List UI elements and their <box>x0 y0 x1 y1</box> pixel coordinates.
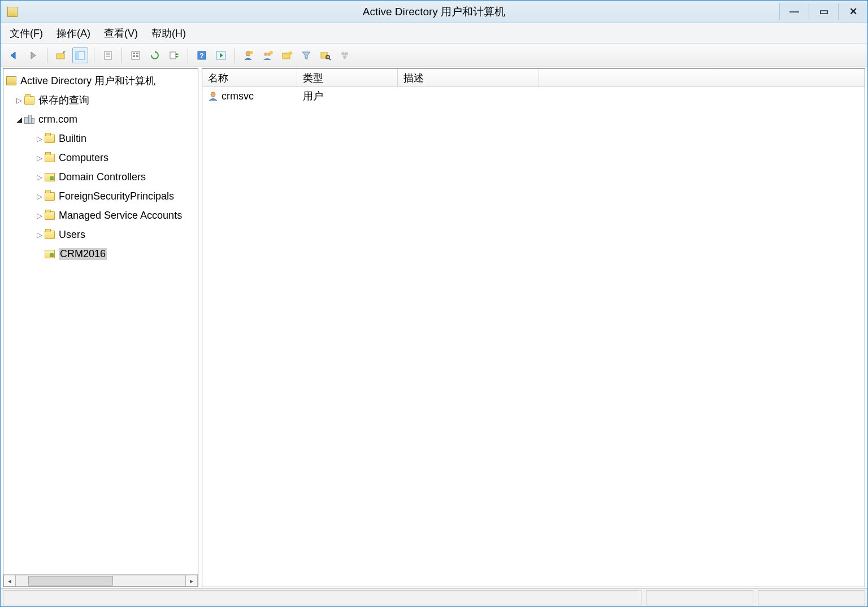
tree-msa[interactable]: ▷ Managed Service Accounts <box>3 206 198 225</box>
svg-text:?: ? <box>199 52 203 60</box>
menu-help[interactable]: 帮助(H) <box>151 27 186 40</box>
close-button[interactable]: ✕ <box>838 3 867 20</box>
svg-marker-1 <box>31 52 36 59</box>
tree-builtin[interactable]: ▷ Builtin <box>3 129 198 148</box>
show-hide-tree-button[interactable] <box>72 47 88 63</box>
cell-name-text: crmsvc <box>222 90 254 102</box>
expander-icon[interactable]: ▷ <box>35 211 44 220</box>
status-segment-2 <box>758 590 865 605</box>
svg-rect-2 <box>57 54 64 59</box>
help-button[interactable]: ? <box>194 47 210 63</box>
back-button[interactable] <box>6 47 22 63</box>
export-icon <box>169 50 179 60</box>
menu-action[interactable]: 操作(A) <box>57 27 90 40</box>
back-icon <box>8 51 20 60</box>
tree-crm2016[interactable]: CRM2016 <box>3 244 198 263</box>
properties-button[interactable] <box>100 47 116 63</box>
horizontal-scrollbar[interactable]: ◂ ▸ <box>3 574 198 587</box>
tree-domain[interactable]: ◢ crm.com <box>3 110 198 129</box>
tree-domain-controllers[interactable]: ▷ Domain Controllers <box>3 167 198 187</box>
menu-file[interactable]: 文件(F) <box>10 27 43 40</box>
svg-rect-16 <box>170 52 176 59</box>
scroll-right-button[interactable]: ▸ <box>185 575 198 587</box>
svg-rect-6 <box>105 51 111 59</box>
tree-panel: Active Directory 用户和计算机 ▷ 保存的查询 ◢ crm.co… <box>3 68 198 587</box>
list-panel: 名称 类型 描述 crmsvc 用户 <box>202 68 865 587</box>
tree-label: Managed Service Accounts <box>59 210 182 222</box>
svg-point-34 <box>341 52 345 55</box>
tree-saved-queries[interactable]: ▷ 保存的查询 <box>3 90 198 110</box>
up-folder-icon <box>55 50 67 60</box>
folder-icon <box>44 190 55 202</box>
tree-label: Builtin <box>59 133 86 145</box>
toolbar: ? <box>1 44 867 67</box>
up-button[interactable] <box>53 47 69 63</box>
expander-icon[interactable]: ▷ <box>35 154 44 162</box>
new-group-button[interactable] <box>260 47 276 63</box>
filter-button[interactable] <box>298 47 314 63</box>
maximize-button[interactable]: ▭ <box>809 3 838 20</box>
folder-icon <box>44 133 55 144</box>
new-ou-button[interactable] <box>279 47 295 63</box>
column-name[interactable]: 名称 <box>202 69 297 86</box>
add-criteria-button[interactable] <box>337 47 353 63</box>
tree-computers[interactable]: ▷ Computers <box>3 148 198 167</box>
app-icon <box>7 7 18 17</box>
tree-view[interactable]: Active Directory 用户和计算机 ▷ 保存的查询 ◢ crm.co… <box>3 69 198 574</box>
refresh-button[interactable] <box>147 47 163 63</box>
list-item[interactable]: crmsvc 用户 <box>202 87 865 105</box>
svg-rect-28 <box>283 53 290 59</box>
scroll-track[interactable] <box>16 575 185 587</box>
column-type[interactable]: 类型 <box>297 69 398 86</box>
action-pane-icon <box>215 50 227 60</box>
expander-icon[interactable]: ▷ <box>35 231 44 239</box>
expander-open-icon[interactable]: ◢ <box>15 115 24 124</box>
folder-icon <box>44 152 55 163</box>
scroll-left-button[interactable]: ◂ <box>3 575 16 587</box>
expander-icon[interactable]: ▷ <box>35 192 44 201</box>
tree-root[interactable]: Active Directory 用户和计算机 <box>3 71 198 90</box>
toolbar-separator <box>121 47 122 63</box>
tree-label: Users <box>59 229 85 241</box>
export-button[interactable] <box>166 47 182 63</box>
export-list-button[interactable] <box>128 47 144 63</box>
scroll-thumb[interactable] <box>28 576 113 586</box>
column-desc[interactable]: 描述 <box>398 69 539 86</box>
new-ou-icon <box>281 50 293 60</box>
status-segment-1 <box>646 590 753 605</box>
export-list-icon <box>131 50 141 60</box>
toolbar-separator <box>47 47 47 63</box>
ou-icon <box>44 248 55 259</box>
expander-icon[interactable]: ▷ <box>35 135 44 143</box>
new-group-icon <box>262 50 274 61</box>
new-user-icon <box>243 50 254 61</box>
svg-point-23 <box>246 51 250 56</box>
svg-rect-13 <box>133 55 135 57</box>
content-area: Active Directory 用户和计算机 ▷ 保存的查询 ◢ crm.co… <box>1 67 867 588</box>
folder-icon <box>44 210 55 221</box>
toolbar-separator <box>188 47 188 63</box>
filter-icon <box>301 50 311 60</box>
new-user-button[interactable] <box>241 47 257 63</box>
tree-users[interactable]: ▷ Users <box>3 225 198 244</box>
svg-rect-12 <box>136 53 138 54</box>
expander-icon[interactable]: ▷ <box>35 173 44 181</box>
list-header: 名称 类型 描述 <box>202 69 865 87</box>
forward-button[interactable] <box>25 47 41 63</box>
show-hide-pane-icon <box>75 50 86 60</box>
find-button[interactable] <box>318 47 333 63</box>
svg-rect-5 <box>76 51 79 59</box>
expander-icon[interactable]: ▷ <box>15 96 24 105</box>
tree-fsp[interactable]: ▷ ForeignSecurityPrincipals <box>3 187 198 206</box>
tree-label: Computers <box>59 152 108 164</box>
folder-icon <box>24 94 35 106</box>
cell-type: 用户 <box>297 89 398 103</box>
status-segment-main <box>3 590 641 605</box>
toolbar-separator <box>94 47 94 63</box>
tree-label: crm.com <box>38 114 77 125</box>
action-pane-button[interactable] <box>213 47 229 63</box>
menu-view[interactable]: 查看(V) <box>104 27 138 40</box>
list-body[interactable]: crmsvc 用户 <box>202 87 865 587</box>
svg-point-37 <box>211 92 215 97</box>
minimize-button[interactable]: — <box>779 3 809 20</box>
